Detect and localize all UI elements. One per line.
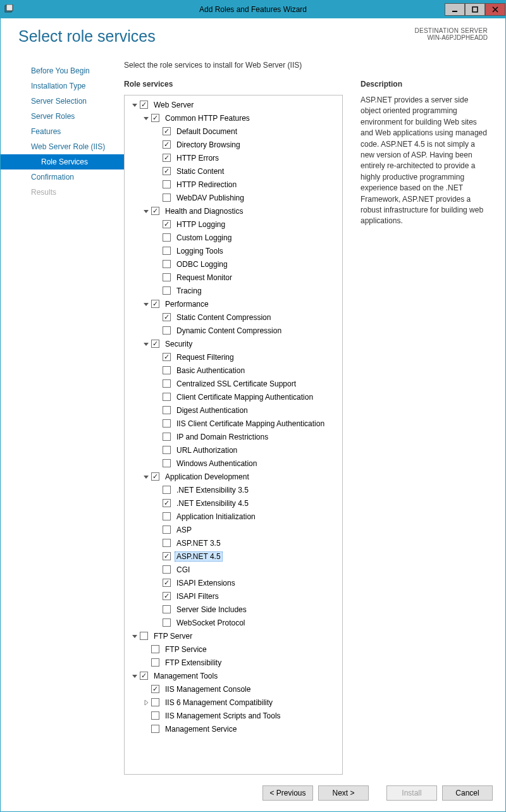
tree-checkbox[interactable] bbox=[163, 194, 171, 202]
tree-checkbox[interactable] bbox=[151, 645, 159, 653]
tree-item[interactable]: Management Service bbox=[126, 722, 341, 735]
tree-checkbox[interactable] bbox=[151, 207, 159, 215]
tree-checkbox[interactable] bbox=[163, 539, 171, 547]
tree-item-label[interactable]: Windows Authentication bbox=[175, 459, 259, 468]
tree-item[interactable]: ASP.NET 3.5 bbox=[126, 536, 341, 550]
tree-item-label[interactable]: Request Filtering bbox=[175, 353, 236, 362]
tree-item[interactable]: Custom Logging bbox=[126, 231, 341, 244]
tree-checkbox[interactable] bbox=[151, 114, 159, 122]
role-services-tree[interactable]: Web ServerCommon HTTP FeaturesDefault Do… bbox=[124, 95, 343, 775]
tree-item-label[interactable]: IIS Management Scripts and Tools bbox=[163, 711, 283, 720]
tree-checkbox[interactable] bbox=[151, 658, 159, 667]
tree-item-label[interactable]: HTTP Redirection bbox=[175, 180, 238, 189]
install-button[interactable]: Install bbox=[386, 785, 437, 801]
tree-item-label[interactable]: Logging Tools bbox=[175, 247, 225, 255]
tree-checkbox[interactable] bbox=[163, 459, 171, 467]
tree-checkbox[interactable] bbox=[163, 393, 171, 401]
step-features[interactable]: Features bbox=[1, 124, 124, 139]
tree-item-label[interactable]: Dynamic Content Compression bbox=[175, 326, 283, 335]
expand-open-icon[interactable] bbox=[142, 473, 150, 481]
tree-checkbox[interactable] bbox=[151, 698, 159, 706]
tree-item[interactable]: CGI bbox=[126, 563, 341, 576]
tree-item-label[interactable]: CGI bbox=[175, 565, 192, 574]
tree-checkbox[interactable] bbox=[163, 127, 171, 135]
tree-checkbox[interactable] bbox=[163, 499, 171, 507]
tree-checkbox[interactable] bbox=[163, 220, 171, 228]
tree-item-label[interactable]: Request Monitor bbox=[175, 273, 234, 282]
tree-item-label[interactable]: Health and Diagnostics bbox=[163, 207, 245, 216]
tree-checkbox[interactable] bbox=[163, 579, 171, 587]
tree-checkbox[interactable] bbox=[163, 140, 171, 149]
tree-item[interactable]: IIS Management Scripts and Tools bbox=[126, 709, 341, 722]
tree-item[interactable]: Dynamic Content Compression bbox=[126, 324, 341, 337]
tree-item-label[interactable]: Default Document bbox=[175, 127, 239, 136]
tree-item-label[interactable]: FTP Server bbox=[152, 632, 194, 641]
tree-item[interactable]: Default Document bbox=[126, 125, 341, 138]
expand-open-icon[interactable] bbox=[142, 340, 150, 348]
tree-item-label[interactable]: Tracing bbox=[175, 286, 204, 295]
step-installation-type[interactable]: Installation Type bbox=[1, 78, 124, 94]
tree-item[interactable]: WebDAV Publishing bbox=[126, 191, 341, 204]
step-confirmation[interactable]: Confirmation bbox=[1, 169, 124, 185]
expand-open-icon[interactable] bbox=[142, 207, 150, 215]
tree-item-label[interactable]: .NET Extensibility 3.5 bbox=[175, 486, 250, 495]
tree-checkbox[interactable] bbox=[163, 565, 171, 574]
tree-item-label[interactable]: ASP bbox=[175, 526, 194, 534]
tree-item-label[interactable]: HTTP Errors bbox=[175, 154, 221, 163]
tree-item-label[interactable]: Common HTTP Features bbox=[163, 114, 252, 123]
tree-item[interactable]: FTP Service bbox=[126, 643, 341, 656]
tree-checkbox[interactable] bbox=[163, 180, 171, 188]
tree-checkbox[interactable] bbox=[163, 366, 171, 374]
close-button[interactable] bbox=[485, 3, 505, 16]
expand-open-icon[interactable] bbox=[142, 114, 150, 122]
tree-checkbox[interactable] bbox=[151, 685, 159, 693]
tree-item[interactable]: Windows Authentication bbox=[126, 457, 341, 470]
tree-item[interactable]: Tracing bbox=[126, 284, 341, 297]
tree-item[interactable]: .NET Extensibility 3.5 bbox=[126, 483, 341, 496]
tree-item-label[interactable]: Basic Authentication bbox=[175, 366, 247, 375]
tree-checkbox[interactable] bbox=[163, 273, 171, 281]
tree-item-label[interactable]: IP and Domain Restrictions bbox=[175, 433, 270, 441]
tree-checkbox[interactable] bbox=[151, 725, 159, 733]
minimize-button[interactable] bbox=[445, 3, 465, 16]
tree-item[interactable]: WebSocket Protocol bbox=[126, 616, 341, 629]
tree-item-label[interactable]: Digest Authentication bbox=[175, 406, 250, 415]
tree-item-label[interactable]: URL Authorization bbox=[175, 446, 239, 455]
tree-checkbox[interactable] bbox=[163, 353, 171, 361]
tree-checkbox[interactable] bbox=[163, 313, 171, 321]
tree-item[interactable]: IIS Management Console bbox=[126, 682, 341, 696]
next-button[interactable]: Next > bbox=[318, 785, 369, 801]
tree-item[interactable]: Client Certificate Mapping Authenticatio… bbox=[126, 390, 341, 403]
tree-item[interactable]: Web Server bbox=[126, 98, 341, 111]
step-server-selection[interactable]: Server Selection bbox=[1, 94, 124, 109]
tree-item[interactable]: ODBC Logging bbox=[126, 257, 341, 271]
tree-item-label[interactable]: Management Service bbox=[163, 725, 238, 734]
tree-checkbox[interactable] bbox=[140, 632, 148, 640]
tree-checkbox[interactable] bbox=[151, 300, 159, 308]
tree-checkbox[interactable] bbox=[163, 526, 171, 534]
tree-item[interactable]: Health and Diagnostics bbox=[126, 204, 341, 218]
tree-checkbox[interactable] bbox=[163, 154, 171, 162]
tree-item-label[interactable]: Custom Logging bbox=[175, 233, 233, 242]
tree-item-label[interactable]: Application Initialization bbox=[175, 512, 257, 521]
tree-item[interactable]: Performance bbox=[126, 297, 341, 311]
tree-item-label[interactable]: Web Server bbox=[152, 101, 195, 109]
tree-item[interactable]: Common HTTP Features bbox=[126, 111, 341, 125]
tree-checkbox[interactable] bbox=[163, 512, 171, 520]
tree-item-label[interactable]: ASP.NET 3.5 bbox=[175, 539, 223, 548]
step-before-you-begin[interactable]: Before You Begin bbox=[1, 63, 124, 78]
tree-item[interactable]: Server Side Includes bbox=[126, 603, 341, 616]
tree-checkbox[interactable] bbox=[163, 605, 171, 613]
tree-item[interactable]: Basic Authentication bbox=[126, 364, 341, 377]
tree-checkbox[interactable] bbox=[163, 247, 171, 255]
tree-item-label[interactable]: Application Development bbox=[163, 472, 251, 481]
tree-checkbox[interactable] bbox=[163, 552, 171, 560]
tree-item[interactable]: Static Content bbox=[126, 164, 341, 178]
tree-item[interactable]: Request Filtering bbox=[126, 350, 341, 364]
tree-checkbox[interactable] bbox=[163, 233, 171, 242]
tree-checkbox[interactable] bbox=[163, 286, 171, 295]
cancel-button[interactable]: Cancel bbox=[442, 785, 493, 801]
tree-checkbox[interactable] bbox=[163, 379, 171, 388]
tree-item[interactable]: HTTP Errors bbox=[126, 151, 341, 164]
expand-open-icon[interactable] bbox=[142, 300, 150, 308]
